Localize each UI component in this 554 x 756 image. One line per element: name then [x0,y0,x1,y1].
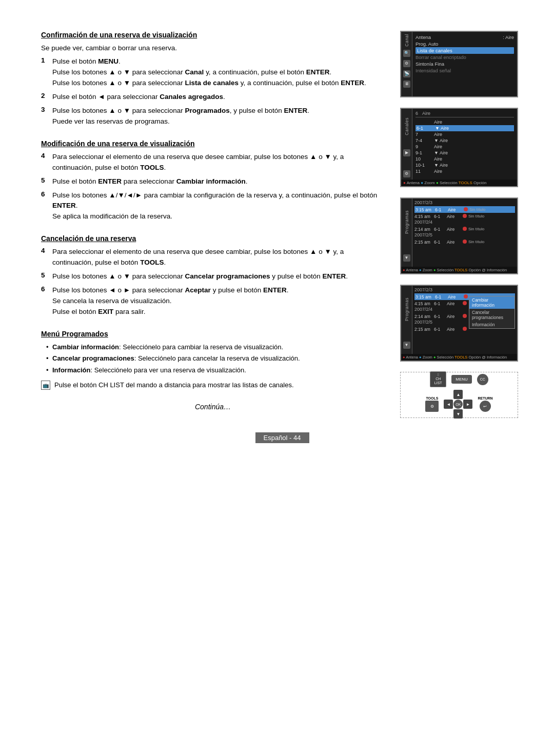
rec-icon-1 [464,207,468,211]
step-6a: 6 Pulse los botones ▲/▼/◄/► para cambiar… [41,190,385,223]
screen1-antena: Antena : Aire [416,34,514,41]
ctx-cancelar-prog[interactable]: Cancelar programaciones [469,309,515,321]
chlist-note-text: Pulse el botón CH LIST del mando a dista… [54,380,294,390]
nav-enter-button[interactable]: OK [453,400,463,409]
step-content-6a: Pulse los botones ▲/▼/◄/► para cambiar l… [52,190,385,223]
page-container: Confirmación de una reserva de visualiza… [0,0,554,756]
rec-icon-3 [463,227,467,231]
heading-modificacion: Modificación de una reserva de visualiza… [41,140,385,148]
intro-text: Se puede ver, cambiar o borrar una reser… [41,43,385,53]
screen1-content: Antena : Aire Prog. Auto Lista de canale… [412,32,517,96]
step-5b: 5 Pulse los botones ▲ o ▼ para seleccion… [41,271,385,282]
section-cancelacion: Cancelación de una reserva 4 Para selecc… [41,234,385,317]
screen2-row-11: 11 Aire [416,168,514,174]
menu-programados-list: Cambiar información: Selecciónelo para c… [46,342,385,375]
chlist-icon: ⠿ [432,373,444,377]
screen2-header-src: Aire [422,111,430,116]
chlist-label: CH LIST [432,377,444,386]
left-column: Confirmación de una reserva de visualiza… [41,31,385,418]
step-number-1: 1 [41,56,48,89]
bullet-informacion: Información: Selecciónelo para ver una r… [46,365,385,375]
menu-label: MENU [456,377,468,382]
step-content-4a: Para seleccionar el elemento de una rese… [52,152,385,173]
screen3-sidebar: Programas ▼ [401,198,412,273]
screen3-row-3: 2:14 am 6-1 Aire Sin título [414,226,515,232]
heading-cancelacion: Cancelación de una reserva [41,234,385,243]
section-confirmacion: Confirmación de una reserva de visualiza… [41,31,385,127]
heading-menu-programados: Menú Programados [41,330,385,338]
screen2-row-9-1: 9-1 ▼ Aire [416,150,514,156]
nav-cross: ▲ ▼ ◄ ► OK [444,390,472,419]
right-column: Canal 🔍 ⚙ 📡 🖥 Antena : Aire Prog. Auto [400,31,523,418]
nav-up-button[interactable]: ▲ [453,390,463,399]
screen-lista-canales: Canal 🔍 ⚙ 📡 🖥 Antena : Aire Prog. Auto [400,31,518,97]
context-menu: Cambiar información Cancelar programacio… [469,296,515,329]
tools-label: TOOLS [426,396,438,400]
screen2-row-7: 7 Aire [416,131,514,137]
bullet-cancelar: Cancelar programaciones: Selecciónelo pa… [46,353,385,364]
chlist-note-icon: 📺 [41,381,50,390]
step-5a: 5 Pulse el botón ENTER para seleccionar … [41,176,385,187]
screen-programas-view: Programas ▼ 2007/2/3 3:15 am 6-1 Aire Si… [400,197,518,274]
step-content-2: Pulse el botón ◄ para seleccionar Canale… [52,92,225,103]
return-label: RETURN [478,396,492,400]
nav-down-button[interactable]: ▼ [453,409,463,419]
screen1-lista-canales: Lista de canales [416,47,514,54]
screen2-header: 6 Aire [416,111,514,117]
rec-icon-s4-3 [463,314,467,318]
screen3-row-2: 4:15 am 6-1 Aire Sin título [414,213,515,220]
cc-button[interactable]: CC [477,374,488,385]
heading-confirmacion: Confirmación de una reserva de visualiza… [41,31,385,39]
ctx-informacion[interactable]: Información [469,321,515,328]
screen3-icon1: ▼ [403,254,410,262]
step-number-6b: 6 [41,285,48,317]
antena-value: : Aire [503,34,514,40]
screen2-icon1: ▶ [403,149,410,156]
cc-label: CC [480,377,485,381]
nav-right-button[interactable]: ► [463,400,472,409]
screen-programas-context: Programas ▼ 2007/2/3 3:15 am 6-1 Aire 4:… [400,285,518,362]
menu-button[interactable]: MENU [451,375,472,384]
screen2-row-10-1: 10-1 ▼ Aire [416,162,514,168]
rec-icon-s4-2 [463,301,467,305]
step-1: 1 Pulse el botón MENU. Pulse los botones… [41,56,385,89]
screen1-prog-auto: Prog. Auto [416,41,514,47]
rec-icon-s4-1 [464,294,468,299]
screen2-row-aire: Aire [416,119,514,125]
rec-icon-2 [463,214,467,218]
screen4-sidebar: Programas ▼ [401,286,412,361]
screen2-icon2: ⚙ [403,170,410,177]
chlist-button[interactable]: ⠿ CH LIST [430,371,446,388]
screen4-sidebar-label: Programas [404,297,409,321]
step-content-5b: Pulse los botones ▲ o ▼ para seleccionar… [52,271,348,282]
step-6b: 6 Pulse los botones ◄ o ► para seleccion… [41,285,385,317]
antena-label: Antena [416,34,431,40]
step-content-3: Pulse los botones ▲ o ▼ para seleccionar… [52,106,309,127]
nav-left-button[interactable]: ◄ [444,400,453,409]
screen3-footer: ● Antena ● Zoom ● Selección TOOLS Opción… [401,267,517,273]
screen1-icon1: 🔍 [403,50,410,57]
tools-button[interactable]: ⚙ [425,401,439,412]
page-footer: Español - 44 [255,432,309,443]
screen1-sintonia: Sintonía Fina [416,61,514,67]
step-number-5b: 5 [41,271,48,282]
step-2: 2 Pulse el botón ◄ para seleccionar Cana… [41,92,385,103]
screen4-date1: 2007/2/3 [414,287,515,292]
screen1-icon3: 📡 [403,70,410,77]
screen1-icon4: 🖥 [403,81,410,88]
chlist-note: 📺 Pulse el botón CH LIST del mando a dis… [41,380,385,390]
section-menu-programados: Menú Programados Cambiar información: Se… [41,330,385,390]
screen2-footer: ● Antena ● Zoom ● Selección TOOLS Opción [401,180,517,186]
continua-text: Continúa… [41,403,385,411]
screen1-sidebar: Canal 🔍 ⚙ 📡 🖥 [401,32,412,96]
section-modificacion: Modificación de una reserva de visualiza… [41,140,385,223]
step-content-1: Pulse el botón MENU. Pulse los botones ▲… [52,56,366,89]
screen3-row-1: 3:15 am 6-1 Aire Sin título [414,206,515,213]
step-number-3: 3 [41,106,48,127]
step-4a: 4 Para seleccionar el elemento de una re… [41,152,385,173]
return-button[interactable]: ↩ [480,401,491,412]
ctx-cambiar-info[interactable]: Cambiar información [469,296,515,309]
screen3-row-4: 2:15 am 6-1 Aire Sin título [414,238,515,245]
screen2-content: 6 Aire Aire 6-1 ▼ Aire 7 [412,109,517,186]
bullet-cambiar: Cambiar información: Selecciónelo para c… [46,342,385,352]
